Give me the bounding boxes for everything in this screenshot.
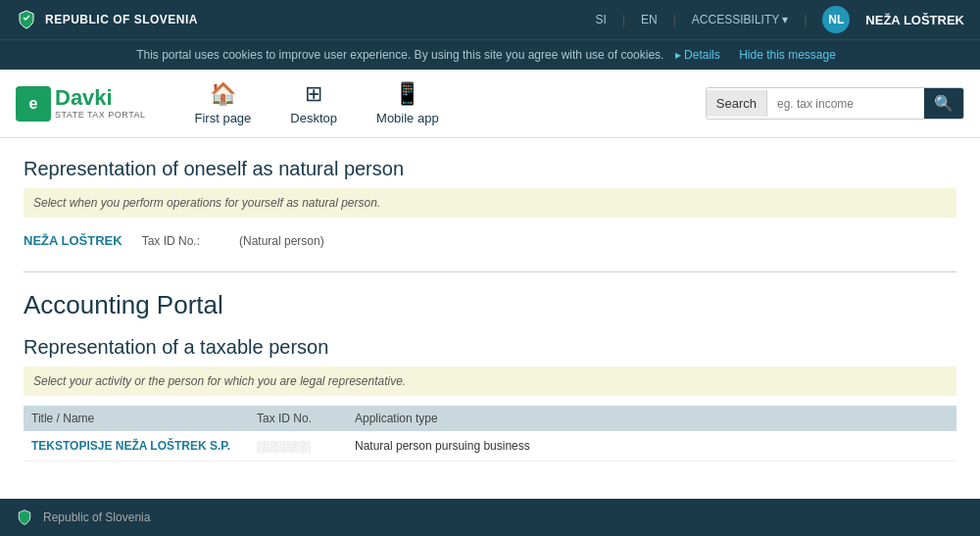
natural-person-row: NEŽA LOŠTREK Tax ID No.: (Natural person… — [24, 227, 956, 254]
user-name: NEŽA LOŠTREK — [865, 13, 964, 27]
logo-icon: e — [16, 86, 51, 122]
search-area: Search 🔍 — [706, 87, 964, 120]
col-header-taxid: Tax ID No. — [257, 412, 355, 425]
country-name: REPUBLIC OF SLOVENIA — [45, 13, 198, 26]
person-name[interactable]: NEŽA LOŠTREK — [24, 233, 122, 248]
accounting-portal-title: Accounting Portal — [24, 290, 956, 320]
accessibility-button[interactable]: ACCESSIBILITY ▾ — [692, 13, 788, 26]
cookie-details-link[interactable]: ▸ Details — [675, 48, 720, 62]
taxable-person-table: Title / Name Tax ID No. Application type… — [24, 406, 956, 462]
cookie-bar: This portal uses cookies to improve user… — [0, 39, 980, 70]
mobile-app-nav-item[interactable]: 📱 Mobile app — [357, 73, 459, 133]
section-divider — [24, 271, 956, 272]
natural-person-title: Representation of oneself as natural per… — [24, 158, 956, 180]
desktop-icon: ⊞ — [305, 81, 322, 107]
home-icon: 🏠 — [210, 81, 236, 107]
country-branding: REPUBLIC OF SLOVENIA — [16, 9, 198, 30]
first-page-label: First page — [195, 111, 252, 125]
main-content: Representation of oneself as natural per… — [0, 138, 980, 481]
lang-si[interactable]: SI — [596, 13, 607, 26]
tax-id-label: Tax ID No.: — [142, 234, 200, 248]
natural-person-section: Representation of oneself as natural per… — [24, 158, 956, 254]
nav-items: 🏠 First page ⊞ Desktop 📱 Mobile app — [175, 73, 706, 133]
cookie-message: This portal uses cookies to improve user… — [136, 48, 663, 62]
search-input[interactable] — [767, 91, 924, 117]
col-header-name: Title / Name — [31, 412, 257, 425]
search-button[interactable]: 🔍 — [924, 88, 963, 119]
col-header-apptype: Application type — [355, 412, 551, 425]
table-row: TEKSTOPISJE NEŽA LOŠTREK S.P. ░░░░░░░ Na… — [24, 431, 956, 462]
top-nav-right: SI | EN | ACCESSIBILITY ▾ | NL NEŽA LOŠT… — [596, 6, 964, 33]
logo-text: Davki STATE TAX PORTAL — [55, 86, 146, 120]
desktop-label: Desktop — [290, 111, 337, 125]
taxable-person-subtitle: Select your activity or the person for w… — [24, 366, 956, 396]
logo-subtitle: STATE TAX PORTAL — [55, 111, 146, 121]
taxable-person-title: Representation of a taxable person — [24, 336, 956, 359]
search-label: Search — [707, 90, 767, 117]
slovenia-shield-icon — [16, 9, 37, 30]
desktop-nav-item[interactable]: ⊞ Desktop — [270, 73, 357, 133]
first-page-nav-item[interactable]: 🏠 First page — [175, 73, 271, 133]
table-header: Title / Name Tax ID No. Application type — [24, 406, 956, 431]
row-entity-name[interactable]: TEKSTOPISJE NEŽA LOŠTREK S.P. — [31, 439, 257, 453]
natural-person-subtitle: Select when you perform operations for y… — [24, 188, 956, 218]
person-type: (Natural person) — [239, 234, 324, 248]
mobile-app-label: Mobile app — [376, 111, 439, 125]
accounting-portal-section: Accounting Portal Representation of a ta… — [24, 290, 956, 462]
row-tax-id: ░░░░░░░ — [257, 440, 355, 452]
cookie-hide-link[interactable]: Hide this message — [739, 48, 836, 62]
user-avatar: NL — [822, 6, 850, 33]
mobile-icon: 📱 — [394, 81, 420, 107]
logo[interactable]: e Davki STATE TAX PORTAL — [16, 86, 146, 122]
row-app-type: Natural person pursuing business — [355, 439, 551, 453]
top-navigation: REPUBLIC OF SLOVENIA SI | EN | ACCESSIBI… — [0, 0, 980, 39]
main-navigation: e Davki STATE TAX PORTAL 🏠 First page ⊞ … — [0, 70, 980, 138]
lang-en[interactable]: EN — [641, 13, 658, 26]
logo-davki: Davki — [55, 86, 146, 110]
